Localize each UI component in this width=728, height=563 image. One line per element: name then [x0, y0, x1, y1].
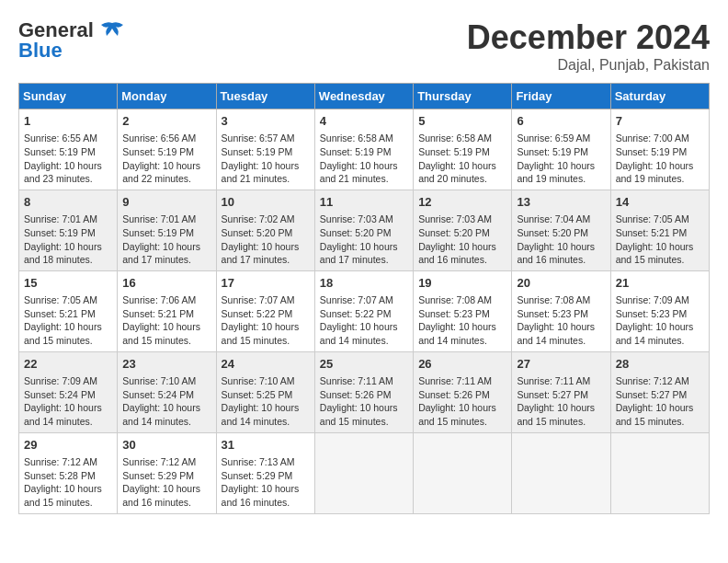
day-number: 7 [616, 113, 704, 130]
day-number: 6 [517, 113, 605, 130]
day-info: Sunrise: 7:11 AMSunset: 5:26 PMDaylight:… [320, 375, 398, 427]
day-info: Sunrise: 7:09 AMSunset: 5:24 PMDaylight:… [24, 375, 102, 427]
day-number: 14 [616, 194, 704, 211]
month-title: December 2024 [467, 18, 710, 57]
col-header-monday: Monday [118, 84, 216, 109]
calendar-cell [512, 432, 610, 513]
day-number: 22 [24, 356, 112, 373]
day-info: Sunrise: 7:11 AMSunset: 5:27 PMDaylight:… [517, 375, 595, 427]
header-row: SundayMondayTuesdayWednesdayThursdayFrid… [19, 84, 710, 109]
location-title: Dajal, Punjab, Pakistan [467, 57, 710, 74]
day-number: 28 [616, 356, 704, 373]
day-number: 26 [418, 356, 506, 373]
col-header-friday: Friday [512, 84, 610, 109]
day-info: Sunrise: 7:01 AMSunset: 5:19 PMDaylight:… [122, 213, 200, 265]
calendar-cell: 26Sunrise: 7:11 AMSunset: 5:26 PMDayligh… [414, 351, 512, 432]
day-info: Sunrise: 7:04 AMSunset: 5:20 PMDaylight:… [517, 213, 595, 265]
day-info: Sunrise: 7:06 AMSunset: 5:21 PMDaylight:… [122, 294, 200, 346]
day-info: Sunrise: 7:10 AMSunset: 5:24 PMDaylight:… [122, 375, 200, 427]
day-info: Sunrise: 7:03 AMSunset: 5:20 PMDaylight:… [418, 213, 496, 265]
calendar-cell: 1Sunrise: 6:55 AMSunset: 5:19 PMDaylight… [19, 109, 118, 190]
day-info: Sunrise: 6:56 AMSunset: 5:19 PMDaylight:… [122, 132, 200, 184]
day-number: 9 [122, 194, 210, 211]
day-number: 11 [320, 194, 408, 211]
calendar-cell: 8Sunrise: 7:01 AMSunset: 5:19 PMDaylight… [19, 190, 118, 270]
calendar-cell: 27Sunrise: 7:11 AMSunset: 5:27 PMDayligh… [512, 351, 610, 432]
day-number: 24 [222, 356, 310, 373]
calendar-cell: 13Sunrise: 7:04 AMSunset: 5:20 PMDayligh… [512, 190, 610, 270]
day-info: Sunrise: 7:07 AMSunset: 5:22 PMDaylight:… [222, 294, 300, 346]
day-info: Sunrise: 7:05 AMSunset: 5:21 PMDaylight:… [616, 213, 694, 265]
calendar-cell: 11Sunrise: 7:03 AMSunset: 5:20 PMDayligh… [314, 190, 413, 270]
calendar-cell: 15Sunrise: 7:05 AMSunset: 5:21 PMDayligh… [19, 270, 118, 351]
day-info: Sunrise: 7:11 AMSunset: 5:26 PMDaylight:… [418, 375, 496, 427]
day-info: Sunrise: 7:01 AMSunset: 5:19 PMDaylight:… [24, 213, 102, 265]
week-row-2: 8Sunrise: 7:01 AMSunset: 5:19 PMDaylight… [19, 190, 710, 270]
calendar-cell: 28Sunrise: 7:12 AMSunset: 5:27 PMDayligh… [610, 351, 709, 432]
day-info: Sunrise: 6:58 AMSunset: 5:19 PMDaylight:… [418, 132, 496, 184]
col-header-saturday: Saturday [610, 84, 709, 109]
calendar-cell: 22Sunrise: 7:09 AMSunset: 5:24 PMDayligh… [19, 351, 118, 432]
day-number: 4 [320, 113, 408, 130]
day-number: 3 [222, 113, 310, 130]
col-header-tuesday: Tuesday [216, 84, 314, 109]
day-info: Sunrise: 6:55 AMSunset: 5:19 PMDaylight:… [24, 132, 102, 184]
day-info: Sunrise: 6:57 AMSunset: 5:19 PMDaylight:… [222, 132, 300, 184]
day-info: Sunrise: 7:12 AMSunset: 5:29 PMDaylight:… [122, 456, 200, 508]
day-number: 30 [122, 437, 210, 454]
day-info: Sunrise: 7:10 AMSunset: 5:25 PMDaylight:… [222, 375, 300, 427]
day-info: Sunrise: 7:08 AMSunset: 5:23 PMDaylight:… [517, 294, 595, 346]
calendar-cell: 17Sunrise: 7:07 AMSunset: 5:22 PMDayligh… [216, 270, 314, 351]
week-row-5: 29Sunrise: 7:12 AMSunset: 5:28 PMDayligh… [19, 432, 710, 513]
day-number: 23 [122, 356, 210, 373]
calendar-cell: 3Sunrise: 6:57 AMSunset: 5:19 PMDaylight… [216, 109, 314, 190]
col-header-wednesday: Wednesday [314, 84, 413, 109]
day-info: Sunrise: 7:07 AMSunset: 5:22 PMDaylight:… [320, 294, 398, 346]
week-row-3: 15Sunrise: 7:05 AMSunset: 5:21 PMDayligh… [19, 270, 710, 351]
week-row-4: 22Sunrise: 7:09 AMSunset: 5:24 PMDayligh… [19, 351, 710, 432]
calendar-cell: 10Sunrise: 7:02 AMSunset: 5:20 PMDayligh… [216, 190, 314, 270]
day-info: Sunrise: 7:00 AMSunset: 5:19 PMDaylight:… [616, 132, 694, 184]
day-number: 5 [418, 113, 506, 130]
calendar-cell: 7Sunrise: 7:00 AMSunset: 5:19 PMDaylight… [610, 109, 709, 190]
calendar-cell: 9Sunrise: 7:01 AMSunset: 5:19 PMDaylight… [118, 190, 216, 270]
day-number: 17 [222, 275, 310, 292]
day-number: 27 [517, 356, 605, 373]
day-info: Sunrise: 6:58 AMSunset: 5:19 PMDaylight:… [320, 132, 398, 184]
calendar-cell: 21Sunrise: 7:09 AMSunset: 5:23 PMDayligh… [610, 270, 709, 351]
day-number: 13 [517, 194, 605, 211]
day-info: Sunrise: 7:09 AMSunset: 5:23 PMDaylight:… [616, 294, 694, 346]
day-info: Sunrise: 7:05 AMSunset: 5:21 PMDaylight:… [24, 294, 102, 346]
day-number: 10 [222, 194, 310, 211]
day-number: 31 [222, 437, 310, 454]
calendar-cell: 19Sunrise: 7:08 AMSunset: 5:23 PMDayligh… [414, 270, 512, 351]
logo: General Blue [18, 18, 125, 63]
day-info: Sunrise: 7:03 AMSunset: 5:20 PMDaylight:… [320, 213, 398, 265]
day-number: 8 [24, 194, 112, 211]
calendar-cell: 2Sunrise: 6:56 AMSunset: 5:19 PMDaylight… [118, 109, 216, 190]
day-number: 16 [122, 275, 210, 292]
calendar-cell [610, 432, 709, 513]
day-info: Sunrise: 7:12 AMSunset: 5:27 PMDaylight:… [616, 375, 694, 427]
week-row-1: 1Sunrise: 6:55 AMSunset: 5:19 PMDaylight… [19, 109, 710, 190]
calendar-cell: 5Sunrise: 6:58 AMSunset: 5:19 PMDaylight… [414, 109, 512, 190]
day-number: 20 [517, 275, 605, 292]
day-number: 18 [320, 275, 408, 292]
calendar-cell: 12Sunrise: 7:03 AMSunset: 5:20 PMDayligh… [414, 190, 512, 270]
title-block: December 2024 Dajal, Punjab, Pakistan [467, 18, 710, 74]
day-number: 12 [418, 194, 506, 211]
calendar-cell [414, 432, 512, 513]
col-header-sunday: Sunday [19, 84, 118, 109]
calendar-cell: 6Sunrise: 6:59 AMSunset: 5:19 PMDaylight… [512, 109, 610, 190]
day-number: 21 [616, 275, 704, 292]
calendar-cell: 30Sunrise: 7:12 AMSunset: 5:29 PMDayligh… [118, 432, 216, 513]
day-info: Sunrise: 6:59 AMSunset: 5:19 PMDaylight:… [517, 132, 595, 184]
day-number: 19 [418, 275, 506, 292]
logo-blue: Blue [18, 39, 63, 63]
day-number: 15 [24, 275, 112, 292]
calendar-cell: 16Sunrise: 7:06 AMSunset: 5:21 PMDayligh… [118, 270, 216, 351]
calendar-cell: 29Sunrise: 7:12 AMSunset: 5:28 PMDayligh… [19, 432, 118, 513]
day-info: Sunrise: 7:08 AMSunset: 5:23 PMDaylight:… [418, 294, 496, 346]
calendar-table: SundayMondayTuesdayWednesdayThursdayFrid… [18, 83, 710, 514]
calendar-cell: 20Sunrise: 7:08 AMSunset: 5:23 PMDayligh… [512, 270, 610, 351]
